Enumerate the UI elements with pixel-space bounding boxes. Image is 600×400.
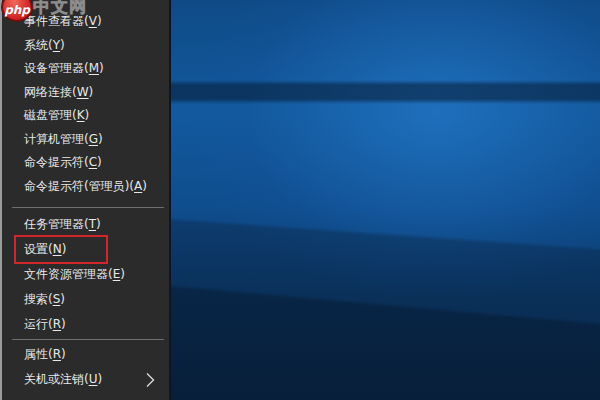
menu-item-label: 关机或注销(U): [24, 371, 102, 388]
menu-item-file-explorer[interactable]: 文件资源管理器(E): [2, 262, 169, 287]
winx-context-menu: 事件查看器(V)系统(Y)设备管理器(M)网络连接(W)磁盘管理(K)计算机管理…: [0, 0, 170, 400]
menu-item-label: 事件查看器(V): [24, 13, 102, 30]
menu-item-label: 设置(N): [24, 241, 66, 258]
chevron-right-icon: [146, 372, 155, 388]
menu-item-label: 运行(R): [24, 316, 66, 333]
menu-separator: [12, 339, 164, 340]
menu-item-shutdown-or-signout[interactable]: 关机或注销(U): [2, 367, 169, 392]
desktop-wallpaper[interactable]: [170, 0, 600, 400]
menu-item-network-connections[interactable]: 网络连接(W): [2, 81, 169, 105]
menu-item-system[interactable]: 系统(Y): [2, 34, 169, 58]
menu-item-label: 设备管理器(M): [24, 60, 104, 77]
menu-item-search[interactable]: 搜索(S): [2, 287, 169, 312]
menu-item-properties[interactable]: 属性(R): [2, 342, 169, 367]
screen: 事件查看器(V)系统(Y)设备管理器(M)网络连接(W)磁盘管理(K)计算机管理…: [0, 0, 600, 400]
menu-item-label: 命令提示符(C): [24, 154, 102, 171]
menu-item-label: 属性(R): [24, 346, 66, 363]
menu-item-computer-management[interactable]: 计算机管理(G): [2, 128, 169, 152]
menu-item-device-manager[interactable]: 设备管理器(M): [2, 57, 169, 81]
menu-item-list: 事件查看器(V)系统(Y)设备管理器(M)网络连接(W)磁盘管理(K)计算机管理…: [2, 10, 169, 392]
menu-item-run[interactable]: 运行(R): [2, 312, 169, 337]
menu-item-task-manager[interactable]: 任务管理器(T): [2, 212, 169, 237]
menu-item-label: 计算机管理(G): [24, 131, 103, 148]
menu-item-label: 文件资源管理器(E): [24, 266, 125, 283]
menu-item-label: 网络连接(W): [24, 84, 93, 101]
menu-item-command-prompt-admin[interactable]: 命令提示符(管理员)(A): [2, 175, 169, 199]
menu-item-label: 任务管理器(T): [24, 216, 101, 233]
menu-item-label: 系统(Y): [24, 37, 65, 54]
menu-item-label: 磁盘管理(K): [24, 107, 89, 124]
menu-item-event-viewer[interactable]: 事件查看器(V): [2, 10, 169, 34]
menu-item-disk-management[interactable]: 磁盘管理(K): [2, 104, 169, 128]
menu-item-command-prompt[interactable]: 命令提示符(C): [2, 151, 169, 175]
menu-separator: [12, 207, 164, 208]
menu-item-label: 搜索(S): [24, 291, 65, 308]
menu-item-label: 命令提示符(管理员)(A): [24, 178, 147, 195]
menu-item-settings[interactable]: 设置(N): [2, 237, 169, 262]
